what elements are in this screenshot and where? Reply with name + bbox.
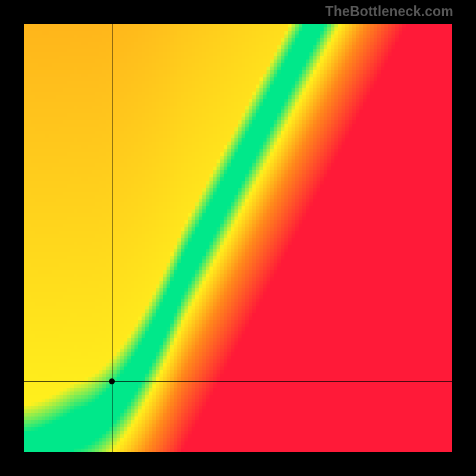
crosshair-vertical xyxy=(112,24,112,452)
chart-frame: TheBottleneck.com xyxy=(0,0,476,476)
crosshair-dot xyxy=(109,378,115,384)
bottleneck-heatmap xyxy=(24,24,452,452)
watermark-text: TheBottleneck.com xyxy=(325,4,453,20)
crosshair-horizontal xyxy=(24,381,452,382)
